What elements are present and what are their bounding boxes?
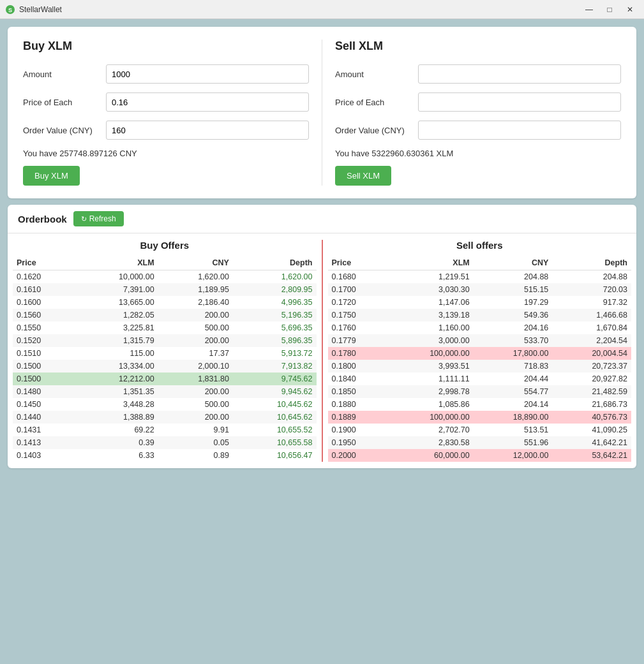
xlm-cell: 1,160.00: [386, 321, 473, 334]
cny-cell: 2,000.10: [158, 360, 233, 373]
depth-cell: 1,620.00: [233, 270, 317, 284]
table-row: 0.1700 3,030.30 515.15 720.03: [328, 283, 632, 296]
cny-cell: 500.00: [158, 398, 233, 411]
depth-cell: 10,445.62: [233, 398, 317, 411]
buy-section: Buy XLM Amount Price of Each Order Value…: [23, 40, 322, 186]
cny-cell: 513.51: [474, 424, 553, 436]
price-cell: 0.1840: [328, 373, 387, 385]
xlm-cell: 3,030.30: [386, 283, 473, 296]
cny-cell: 515.15: [474, 283, 553, 296]
depth-cell: 720.03: [552, 283, 631, 296]
table-row: 0.1850 2,998.78 554.77 21,482.59: [328, 385, 632, 398]
xlm-cell: 115.00: [75, 347, 158, 360]
minimize-button[interactable]: —: [580, 3, 598, 17]
sell-button[interactable]: Sell XLM: [335, 166, 391, 186]
depth-cell: 9,745.62: [233, 373, 317, 385]
cny-cell: 200.00: [158, 309, 233, 321]
xlm-cell: 69.22: [75, 424, 158, 436]
buy-price-input[interactable]: [106, 92, 309, 112]
depth-cell: 5,913.72: [233, 347, 317, 360]
sell-price-row: Price of Each: [335, 92, 621, 112]
table-row: 0.1520 1,315.79 200.00 5,896.35: [13, 334, 317, 347]
buy-balance: You have 257748.897126 CNY: [23, 149, 309, 158]
buy-button[interactable]: Buy XLM: [23, 166, 80, 186]
refresh-label: Refresh: [89, 214, 116, 223]
xlm-cell: 100,000.00: [386, 347, 473, 360]
table-row: 0.1480 1,351.35 200.00 9,945.62: [13, 385, 317, 398]
depth-cell: 10,645.62: [233, 411, 317, 424]
cny-cell: 0.89: [158, 449, 233, 462]
price-cell: 0.1440: [13, 411, 75, 424]
close-button[interactable]: ✕: [621, 3, 639, 17]
buy-table-header: Price XLM CNY Depth: [13, 256, 317, 270]
sell-amount-input[interactable]: [418, 64, 621, 84]
refresh-icon: ↻: [81, 215, 87, 223]
table-row: 0.1680 1,219.51 204.88 204.88: [328, 270, 632, 284]
xlm-cell: 0.39: [75, 436, 158, 449]
buy-col-price: Price: [13, 256, 75, 270]
depth-cell: 20,723.37: [552, 360, 631, 373]
sell-offers-title: Sell offers: [328, 240, 632, 251]
xlm-cell: 13,334.00: [75, 360, 158, 373]
refresh-button[interactable]: ↻ Refresh: [73, 211, 124, 226]
depth-cell: 20,004.54: [552, 347, 631, 360]
table-row: 0.2000 60,000.00 12,000.00 53,642.21: [328, 449, 632, 462]
cny-cell: 1,620.00: [158, 270, 233, 284]
price-cell: 0.1900: [328, 424, 387, 436]
sell-amount-label: Amount: [335, 70, 418, 79]
cny-cell: 200.00: [158, 411, 233, 424]
xlm-cell: 2,830.58: [386, 436, 473, 449]
depth-cell: 204.88: [552, 270, 631, 284]
table-row: 0.1413 0.39 0.05 10,655.58: [13, 436, 317, 449]
buy-amount-row: Amount: [23, 64, 309, 84]
trade-section: Buy XLM Amount Price of Each Order Value…: [23, 40, 621, 186]
sell-price-input[interactable]: [418, 92, 621, 112]
table-row: 0.1880 1,085.86 204.14 21,686.73: [328, 398, 632, 411]
sell-section: Sell XLM Amount Price of Each Order Valu…: [322, 40, 621, 186]
xlm-cell: 3,225.81: [75, 321, 158, 334]
xlm-cell: 6.33: [75, 449, 158, 462]
depth-cell: 21,686.73: [552, 398, 631, 411]
price-cell: 0.1480: [13, 385, 75, 398]
orderbook-title: Orderbook: [18, 214, 67, 225]
window-controls: — □ ✕: [580, 3, 639, 17]
cny-cell: 204.88: [474, 270, 553, 284]
depth-cell: 41,642.21: [552, 436, 631, 449]
sell-order-input[interactable]: [418, 121, 621, 140]
orderbook-card: Orderbook ↻ Refresh Buy Offers Price XLM…: [8, 205, 636, 468]
buy-amount-input[interactable]: [106, 64, 309, 84]
table-row: 0.1610 7,391.00 1,189.95 2,809.95: [13, 283, 317, 296]
xlm-cell: 1,147.06: [386, 296, 473, 309]
xlm-cell: 1,111.11: [386, 373, 473, 385]
cny-cell: 204.14: [474, 398, 553, 411]
buy-order-input[interactable]: [106, 121, 309, 140]
titlebar: S StellarWallet — □ ✕: [0, 0, 644, 19]
depth-cell: 53,642.21: [552, 449, 631, 462]
buy-title: Buy XLM: [23, 40, 309, 53]
xlm-cell: 12,212.00: [75, 373, 158, 385]
cny-cell: 204.44: [474, 373, 553, 385]
cny-cell: 17,800.00: [474, 347, 553, 360]
buy-offers-section: Buy Offers Price XLM CNY Depth 0.1620 10…: [8, 240, 323, 462]
table-row: 0.1760 1,160.00 204.16 1,670.84: [328, 321, 632, 334]
cny-cell: 197.29: [474, 296, 553, 309]
price-cell: 0.1500: [13, 360, 75, 373]
table-row: 0.1431 69.22 9.91 10,655.52: [13, 424, 317, 436]
xlm-cell: 3,993.51: [386, 360, 473, 373]
xlm-cell: 1,351.35: [75, 385, 158, 398]
table-row: 0.1900 2,702.70 513.51 41,090.25: [328, 424, 632, 436]
price-cell: 0.1950: [328, 436, 387, 449]
price-cell: 0.1560: [13, 309, 75, 321]
table-row: 0.1620 10,000.00 1,620.00 1,620.00: [13, 270, 317, 284]
maximize-button[interactable]: □: [601, 3, 618, 17]
price-cell: 0.1720: [328, 296, 387, 309]
sell-col-depth: Depth: [552, 256, 631, 270]
content-area: Buy XLM Amount Price of Each Order Value…: [0, 19, 644, 476]
price-cell: 0.1403: [13, 449, 75, 462]
xlm-cell: 1,388.89: [75, 411, 158, 424]
app-title: StellarWallet: [19, 5, 580, 14]
table-row: 0.1889 100,000.00 18,890.00 40,576.73: [328, 411, 632, 424]
buy-amount-label: Amount: [23, 70, 106, 79]
buy-order-label: Order Value (CNY): [23, 126, 106, 135]
sell-col-price: Price: [328, 256, 387, 270]
